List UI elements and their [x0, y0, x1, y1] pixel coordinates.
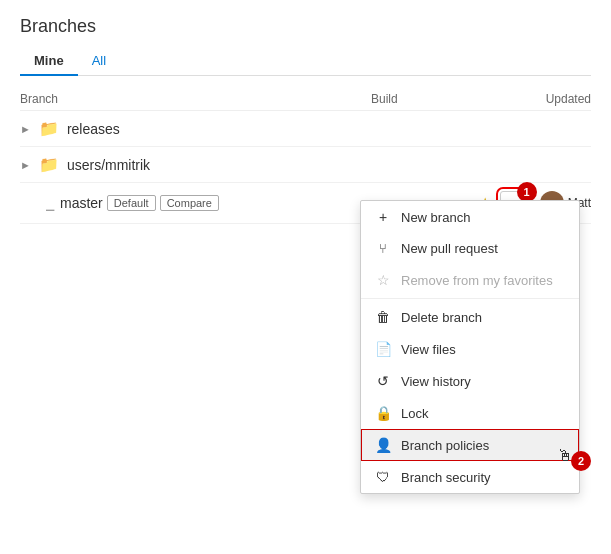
header-branch: Branch — [20, 92, 371, 106]
expand-icon-users[interactable]: ► — [20, 159, 31, 171]
menu-item-branch-security[interactable]: 🛡 Branch security — [361, 461, 579, 493]
menu-label-branch-security: Branch security — [401, 470, 491, 485]
badge-number-1: 1 — [517, 182, 537, 202]
folder-icon-releases: 📁 — [39, 119, 59, 138]
page-title: Branches — [20, 16, 591, 37]
file-icon: 📄 — [375, 341, 391, 357]
table-header: Branch Build Updated — [20, 88, 591, 111]
menu-item-lock[interactable]: 🔒 Lock — [361, 397, 579, 429]
badge-default[interactable]: Default — [107, 195, 156, 211]
menu-item-remove-favorites: ☆ Remove from my favorites — [361, 264, 579, 296]
history-icon: ↺ — [375, 373, 391, 389]
branch-row-releases: ► 📁 releases — [20, 111, 591, 147]
shield-icon: 🛡 — [375, 469, 391, 485]
branch-name-master[interactable]: master — [60, 195, 103, 211]
branch-icon-master: ⎯ — [46, 195, 54, 211]
menu-item-view-files[interactable]: 📄 View files — [361, 333, 579, 365]
pull-request-icon: ⑂ — [375, 241, 391, 256]
menu-label-new-branch: New branch — [401, 210, 470, 225]
menu-item-new-pull-request[interactable]: ⑂ New pull request — [361, 233, 579, 264]
menu-item-view-history[interactable]: ↺ View history — [361, 365, 579, 397]
cursor-icon: 🖱 — [557, 447, 573, 465]
plus-icon: + — [375, 209, 391, 225]
menu-label-delete-branch: Delete branch — [401, 310, 482, 325]
branch-row-users: ► 📁 users/mmitrik — [20, 147, 591, 183]
tabs-bar: Mine All — [20, 47, 591, 76]
trash-icon: 🗑 — [375, 309, 391, 325]
badge-compare[interactable]: Compare — [160, 195, 219, 211]
tab-mine[interactable]: Mine — [20, 47, 78, 76]
menu-label-view-history: View history — [401, 374, 471, 389]
branch-name-users[interactable]: users/mmitrik — [67, 157, 150, 173]
tab-all[interactable]: All — [78, 47, 120, 76]
header-updated: Updated — [491, 92, 591, 106]
menu-divider-1 — [361, 298, 579, 299]
header-build: Build — [371, 92, 491, 106]
menu-label-branch-policies: Branch policies — [401, 438, 489, 453]
badge-number-2: 2 — [571, 451, 591, 471]
context-menu: + New branch ⑂ New pull request ☆ Remove… — [360, 200, 580, 494]
menu-label-view-files: View files — [401, 342, 456, 357]
menu-label-remove-favorites: Remove from my favorites — [401, 273, 553, 288]
menu-item-new-branch[interactable]: + New branch — [361, 201, 579, 233]
menu-label-new-pull-request: New pull request — [401, 241, 498, 256]
expand-icon-releases[interactable]: ► — [20, 123, 31, 135]
menu-item-branch-policies[interactable]: 👤 Branch policies 2 🖱 — [361, 429, 579, 461]
policy-icon: 👤 — [375, 437, 391, 453]
folder-icon-users: 📁 — [39, 155, 59, 174]
lock-icon: 🔒 — [375, 405, 391, 421]
star-outline-icon: ☆ — [375, 272, 391, 288]
menu-label-lock: Lock — [401, 406, 428, 421]
branch-name-releases[interactable]: releases — [67, 121, 120, 137]
menu-item-delete-branch[interactable]: 🗑 Delete branch — [361, 301, 579, 333]
